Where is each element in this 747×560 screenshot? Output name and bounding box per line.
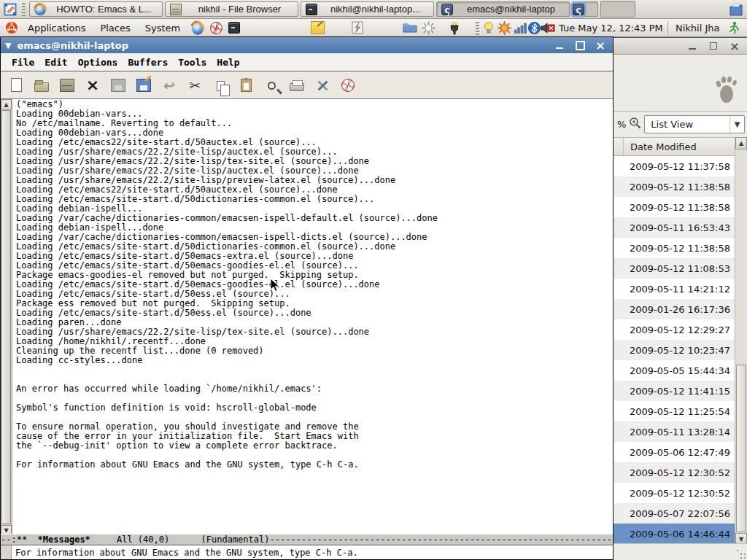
brightness-icon[interactable] bbox=[421, 20, 436, 35]
toolbar-button[interactable] bbox=[58, 76, 77, 95]
toolbar-button[interactable] bbox=[160, 76, 179, 95]
emacs-menu-item[interactable]: Buffers bbox=[123, 57, 173, 68]
task-button[interactable]: nikhil@nikhil-laptop... bbox=[301, 1, 434, 17]
view-mode-select[interactable]: List View ▼ bbox=[644, 115, 745, 133]
update-starburst-icon[interactable] bbox=[497, 20, 511, 35]
tomboy-note-icon[interactable] bbox=[310, 20, 325, 35]
trash-applet-icon[interactable] bbox=[727, 1, 745, 18]
toolbar-button[interactable] bbox=[338, 76, 357, 95]
emacs-menu-item[interactable]: File bbox=[7, 57, 39, 68]
toolbar-button[interactable] bbox=[7, 76, 26, 95]
task-button[interactable]: nikhil - File Browser bbox=[165, 1, 298, 17]
speaker-muted-icon[interactable] bbox=[541, 20, 555, 35]
panel-menu[interactable]: System bbox=[138, 19, 187, 37]
task-button[interactable]: emacs@nikhil-laptop bbox=[436, 1, 570, 17]
empty-task-segment bbox=[600, 1, 635, 18]
fb-maximize-button[interactable] bbox=[708, 41, 719, 51]
notification-area-handle[interactable] bbox=[476, 22, 479, 35]
task-button[interactable]: HOWTO: Emacs & L... bbox=[29, 1, 163, 17]
file-row[interactable]: 2009-05-12 12:30:52 bbox=[614, 462, 735, 483]
file-row[interactable]: 2009-05-11 14:21:12 bbox=[614, 279, 735, 299]
toolbar-icon bbox=[111, 79, 125, 92]
fb-minimize-button[interactable] bbox=[687, 41, 697, 51]
file-row[interactable]: 2009-05-12 11:41:15 bbox=[614, 381, 735, 401]
show-desktop-icon[interactable] bbox=[2, 1, 18, 18]
file-row[interactable]: 2009-05-11 16:53:43 bbox=[614, 217, 735, 238]
emacs-scrollbar[interactable]: ▲ ▼ bbox=[1, 99, 12, 535]
fb-column-header[interactable]: Date Modified bbox=[614, 137, 735, 156]
resize-grip[interactable] bbox=[735, 548, 746, 559]
file-row[interactable]: 2009-05-12 11:38:58 bbox=[614, 176, 735, 197]
fb-close-button[interactable]: × bbox=[729, 41, 740, 51]
toolbar-button[interactable] bbox=[185, 76, 204, 95]
toolbar-button[interactable] bbox=[313, 76, 332, 95]
taskbar-drag-handle[interactable] bbox=[22, 3, 26, 16]
modeline-filler: ----------------------------------------… bbox=[269, 534, 613, 545]
signal-bars-icon[interactable] bbox=[513, 20, 527, 35]
toolbar-button[interactable] bbox=[262, 76, 281, 95]
scrollbar-thumb[interactable] bbox=[1, 110, 11, 524]
emacs-menu-item[interactable]: Edit bbox=[39, 57, 72, 68]
messages-buffer[interactable]: ("emacs")Loading 00debian-vars...No /etc… bbox=[12, 100, 624, 470]
file-row[interactable]: 2009-05-11 13:28:14 bbox=[614, 421, 735, 442]
user-switch-runner-icon[interactable] bbox=[727, 20, 741, 35]
fb-statusbar bbox=[614, 543, 747, 560]
ubuntu-logo-icon[interactable] bbox=[4, 20, 19, 35]
maximize-button[interactable] bbox=[575, 40, 585, 50]
file-row[interactable]: 2009-05-05 15:44:34 bbox=[614, 360, 735, 381]
toolbar-icon bbox=[11, 78, 22, 92]
window-icon bbox=[573, 4, 584, 15]
file-row[interactable]: 2009-05-12 12:29:27 bbox=[614, 319, 735, 340]
lightning-document-icon[interactable] bbox=[350, 20, 365, 35]
emacs-echo-area[interactable]: For information about GNU Emacs and the … bbox=[1, 545, 613, 559]
bluetooth-icon[interactable] bbox=[527, 20, 541, 35]
file-row[interactable]: 2009-05-12 11:08:53 bbox=[614, 258, 735, 279]
file-row[interactable]: 2009-05-12 11:38:58 bbox=[614, 238, 735, 258]
file-row[interactable]: 2009-05-06 14:46:44 bbox=[614, 524, 735, 544]
minimize-button[interactable] bbox=[554, 40, 565, 50]
panel-clock[interactable]: Tue May 12, 12:43 PM bbox=[559, 19, 663, 37]
toolbar-icon bbox=[315, 78, 330, 93]
lightbulb-icon[interactable] bbox=[481, 20, 496, 35]
firefox-launcher-icon[interactable] bbox=[190, 20, 205, 35]
folder-icon[interactable] bbox=[403, 20, 417, 35]
terminal-launcher-icon[interactable] bbox=[227, 20, 241, 35]
toolbar-button[interactable] bbox=[287, 76, 306, 95]
toolbar-button[interactable] bbox=[236, 76, 255, 95]
emacs-menu-item[interactable]: Tools bbox=[173, 57, 212, 68]
toolbar-button[interactable] bbox=[32, 76, 51, 95]
window-menu-icon[interactable]: ▼ bbox=[5, 41, 11, 50]
power-plug-icon[interactable] bbox=[447, 20, 462, 35]
task-button[interactable] bbox=[572, 1, 598, 17]
toolbar-button[interactable] bbox=[109, 76, 128, 95]
file-row[interactable]: 2009-05-12 10:23:47 bbox=[614, 340, 735, 360]
close-button[interactable]: × bbox=[595, 40, 605, 50]
file-row[interactable]: 2009-05-06 12:47:49 bbox=[614, 442, 735, 462]
panel-menu[interactable]: Places bbox=[93, 19, 137, 37]
file-row[interactable]: 2009-05-07 22:07:56 bbox=[614, 503, 735, 524]
file-row[interactable]: 2009-05-12 11:25:54 bbox=[614, 401, 735, 421]
toolbar-button[interactable] bbox=[211, 76, 230, 95]
toolbar-button[interactable] bbox=[134, 76, 153, 95]
emacs-menu-item[interactable]: Options bbox=[73, 57, 123, 68]
help-lifebuoy-icon[interactable] bbox=[209, 20, 223, 35]
fb-scrollbar-thumb[interactable] bbox=[736, 365, 746, 532]
emacs-menu-item[interactable]: Help bbox=[212, 57, 244, 68]
emacs-titlebar[interactable]: ▼ emacs@nikhil-laptop × bbox=[1, 37, 613, 53]
file-browser-titlebar[interactable]: × bbox=[614, 38, 747, 55]
file-row[interactable]: 2009-05-12 11:38:58 bbox=[614, 197, 735, 217]
toolbar-button[interactable] bbox=[83, 76, 102, 95]
panel-menu[interactable]: Applications bbox=[20, 19, 93, 37]
toolbar-icon bbox=[85, 78, 100, 93]
file-row[interactable]: 2009-01-26 16:17:36 bbox=[614, 299, 735, 319]
scroll-up-icon[interactable]: ▲ bbox=[1, 99, 12, 109]
fb-scroll-up-icon[interactable]: ▲ bbox=[735, 137, 747, 149]
toolbar-icon bbox=[217, 81, 225, 91]
fb-scrollbar[interactable]: ▲ ▼ bbox=[735, 137, 747, 545]
zoom-in-icon[interactable] bbox=[629, 117, 641, 131]
file-row[interactable]: 2009-05-12 12:30:52 bbox=[614, 483, 735, 503]
file-row[interactable]: 2009-05-12 11:37:58 bbox=[614, 156, 735, 176]
window-icon bbox=[441, 4, 453, 15]
emacs-modeline[interactable]: --:** *Messages* All (40,0) (Fundamental… bbox=[1, 534, 613, 545]
user-switcher[interactable]: Nikhil Jha bbox=[676, 19, 720, 37]
